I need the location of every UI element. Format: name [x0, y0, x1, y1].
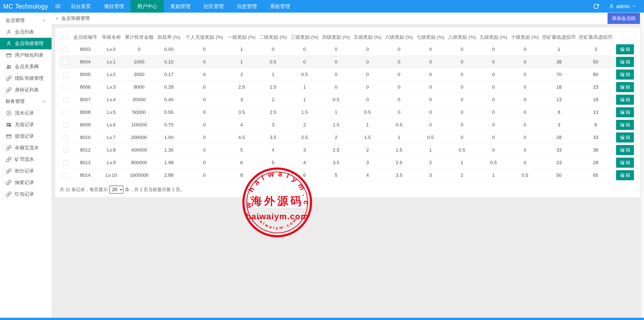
row-checkbox[interactable] [63, 173, 68, 178]
column-header: 加息率 (%) [155, 32, 183, 43]
edit-button[interactable]: 编辑 [616, 132, 634, 143]
breadcrumb-arrow-icon: » [56, 15, 59, 22]
add-member-group-button[interactable]: 添加会员组 [608, 13, 640, 24]
reward-l9-cell: 0 [478, 93, 509, 106]
row-checkbox-cell [59, 144, 71, 156]
reward-l7-cell: 3 [415, 169, 446, 182]
row-checkbox[interactable] [63, 110, 68, 115]
nav-item-5[interactable]: 社区管理 [197, 0, 230, 13]
reward-l5-cell: 4 [352, 169, 383, 182]
edit-button[interactable]: 编辑 [616, 57, 634, 67]
nav-item-4[interactable]: 奖励管理 [164, 0, 197, 13]
column-header: 一级奖励 (%) [226, 32, 257, 43]
reward-l3-cell: 0 [289, 43, 320, 56]
reward-l4-cell: 0 [320, 43, 352, 56]
reward-l9-cell: 0 [478, 56, 509, 68]
sidebar-item[interactable]: 积分记录 [0, 165, 52, 177]
reward-l2-cell: 5 [257, 156, 289, 169]
sidebar-item[interactable]: 红包记录 [0, 188, 52, 200]
reward-l4-cell: 5 [320, 169, 352, 182]
link-icon [6, 157, 12, 162]
personal-reward-cell: 0 [183, 156, 226, 169]
nav-item-1[interactable]: 后台首页 [64, 0, 97, 13]
users-icon [6, 64, 12, 69]
reward-l7-cell: 0 [415, 68, 446, 81]
sidebar-item[interactable]: 身份证列表 [0, 84, 52, 96]
edit-button[interactable]: 编辑 [616, 82, 634, 92]
sidebar-item[interactable]: 矿币流水 [0, 154, 52, 165]
interest-rate-cell: 0.55 [155, 106, 183, 119]
sidebar-item[interactable]: 余额宝流水 [0, 142, 52, 154]
mine-max-cell: 50 [577, 56, 614, 68]
reward-l10-cell: 0 [509, 156, 541, 169]
row-checkbox[interactable] [63, 122, 68, 127]
page-size-select[interactable]: 20 [109, 186, 124, 194]
personal-reward-cell: 0 [183, 93, 226, 106]
reward-l2-cell: 3.5 [257, 131, 289, 144]
reward-l4-cell: 0 [320, 81, 352, 93]
reward-l3-cell: 1 [289, 93, 320, 106]
nav-item-6[interactable]: 信息管理 [230, 0, 263, 13]
edit-button[interactable]: 编辑 [616, 158, 634, 168]
edit-button[interactable]: 编辑 [616, 44, 634, 54]
edit-button[interactable]: 编辑 [616, 95, 634, 105]
interest-rate-cell: 2.88 [155, 169, 183, 182]
reward-l5-cell: 1 [352, 119, 383, 131]
select-all-checkbox[interactable] [63, 35, 68, 40]
column-header: 四级奖励 (%) [320, 32, 352, 43]
edit-button[interactable]: 编辑 [616, 120, 634, 130]
reward-l7-cell: 0 [415, 106, 446, 119]
column-header: 累计投资金额 [123, 32, 155, 43]
edit-button[interactable]: 编辑 [616, 107, 634, 117]
nav-item-2[interactable]: 项目管理 [97, 0, 131, 13]
interest-rate-cell: 1.35 [155, 144, 183, 156]
sidebar-item[interactable]: 团队等级管理 [0, 73, 52, 84]
user-menu[interactable]: admin [604, 0, 644, 13]
edit-button[interactable]: 编辑 [616, 69, 634, 80]
link-icon [6, 145, 12, 151]
edit-button[interactable]: 编辑 [616, 145, 634, 155]
sidebar-item[interactable]: 抽奖记录 [0, 177, 52, 188]
reward-l3-cell: 2 [289, 119, 320, 131]
refresh-button[interactable] [588, 0, 604, 13]
sidebar-item[interactable]: 用户钱包列表 [0, 49, 52, 61]
sidebar-item[interactable]: 会员等级管理 [0, 38, 52, 49]
nav-item-7[interactable]: 系统管理 [263, 0, 297, 13]
row-checkbox[interactable] [63, 72, 68, 77]
row-checkbox-cell [59, 169, 71, 182]
row-checkbox[interactable] [63, 85, 68, 90]
reward-l8-cell: 1 [446, 156, 478, 169]
sidebar-item[interactable]: 会员列表 [0, 26, 52, 38]
mine-min-cell: 28 [541, 131, 577, 144]
reward-l7-cell: 0.5 [415, 131, 446, 144]
row-actions-cell: 编辑 [614, 156, 636, 169]
reward-l4-cell: 2.5 [320, 144, 352, 156]
hamburger-menu-icon[interactable] [52, 0, 64, 13]
row-checkbox[interactable] [63, 160, 68, 165]
reward-l1-cell: 3.5 [226, 106, 257, 119]
sidebar-item[interactable]: 充值记录 [0, 119, 52, 130]
mine-max-cell: 38 [577, 144, 614, 156]
reward-l9-cell: 0 [478, 106, 509, 119]
sidebar-item-label: 身份证列表 [15, 87, 39, 93]
sidebar-item[interactable]: 会员关系网 [0, 61, 52, 73]
actions-column-header [614, 32, 636, 43]
row-checkbox[interactable] [63, 148, 68, 153]
sidebar-item-label: 积分记录 [15, 168, 34, 174]
row-checkbox[interactable] [63, 97, 68, 102]
sidebar-item[interactable]: ¥流水记录 [0, 107, 52, 119]
row-checkbox[interactable] [63, 59, 68, 64]
row-checkbox[interactable] [63, 135, 68, 140]
row-checkbox[interactable] [63, 47, 68, 52]
nav-item-3[interactable]: 用户中心 [131, 0, 164, 13]
sidebar-section-2[interactable]: 财务管理 [0, 96, 52, 107]
reward-l10-cell: 0 [509, 56, 541, 68]
sidebar-item-label: 团队等级管理 [15, 75, 44, 82]
scrollbar[interactable] [641, 13, 644, 318]
reward-l6-cell: 2.5 [383, 156, 415, 169]
sidebar-item[interactable]: 提现记录 [0, 130, 52, 142]
level-name-cell: Lv.4 [99, 93, 124, 106]
edit-button[interactable]: 编辑 [616, 170, 634, 180]
sidebar-section-1[interactable]: 会员管理 [0, 15, 52, 26]
card-icon [6, 133, 12, 139]
